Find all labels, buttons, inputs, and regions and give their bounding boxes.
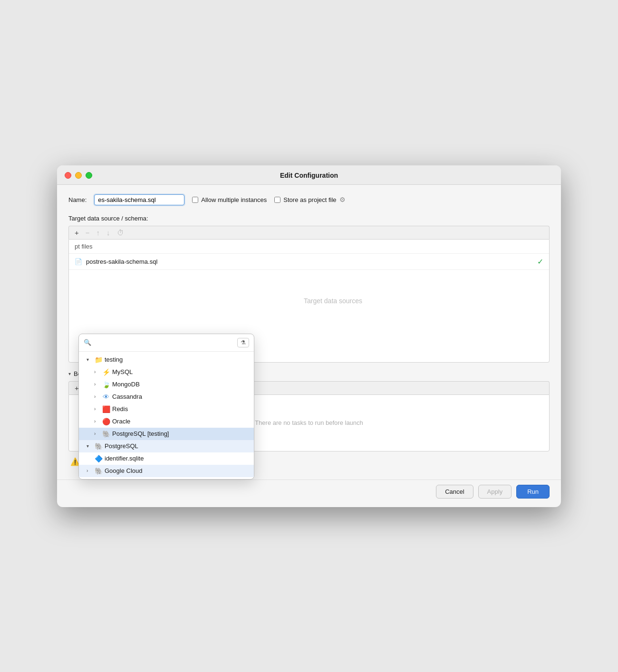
tree-label-mysql: MySQL [112, 368, 250, 375]
cassandra-icon: 👁 [102, 393, 110, 401]
history-button[interactable]: ⏱ [115, 228, 126, 237]
move-down-button[interactable]: ↓ [105, 228, 112, 237]
postgresql-testing-icon: 🐘 [102, 430, 110, 438]
filter-icon: ⚗ [241, 339, 246, 346]
tree-label-postgresql-testing: PostgreSQL [testing] [112, 430, 250, 437]
add-button[interactable]: + [73, 228, 81, 237]
tree-item-sqlite[interactable]: 🔷 identifier.sqlite [79, 452, 254, 465]
file-row-text: postres-sakila-schema.sql [86, 258, 157, 265]
store-as-project-group: Store as project file ⚙ [274, 196, 345, 203]
move-up-button[interactable]: ↑ [95, 228, 102, 237]
close-button[interactable] [65, 172, 71, 179]
tree-label-testing: testing [105, 356, 250, 363]
tree-item-postgresql[interactable]: ▾ 🐘 PostgreSQL [79, 440, 254, 452]
checkmark-icon: ✓ [537, 257, 543, 266]
datasource-panel: pt files 📄 postres-sakila-schema.sql ✓ T… [68, 239, 550, 363]
gear-icon[interactable]: ⚙ [339, 196, 346, 203]
store-as-project-label: Store as project file [283, 196, 336, 203]
tree-item-cassandra[interactable]: › 👁 Cassandra [79, 391, 254, 403]
folder-icon-testing: 📁 [94, 356, 103, 364]
tree-label-oracle: Oracle [112, 418, 250, 425]
tree-item-mongodb[interactable]: › 🍃 MongoDB [79, 378, 254, 391]
tree-label-mongodb: MongoDB [112, 381, 250, 388]
tree-label-cassandra: Cassandra [112, 393, 250, 400]
tree-label-redis: Redis [112, 405, 250, 413]
apply-button[interactable]: Apply [478, 485, 512, 499]
target-section-label: Target data source / schema: [68, 215, 550, 222]
target-placeholder: Target data sources [304, 297, 362, 305]
tree-label-sqlite: identifier.sqlite [105, 455, 250, 462]
titlebar: Edit Configuration [57, 165, 561, 185]
allow-multiple-group: Allow multiple instances [192, 196, 267, 203]
postgresql-icon: 🐘 [94, 442, 103, 450]
chevron-pg: ▾ [87, 443, 92, 449]
mysql-icon: ⚡ [102, 368, 110, 376]
dropdown-search-input[interactable] [94, 339, 234, 346]
tree-label-postgresql: PostgreSQL [105, 442, 250, 450]
tree-item-google-cloud[interactable]: › 🐘 Google Cloud [79, 465, 254, 477]
file-row: 📄 postres-sakila-schema.sql ✓ [69, 254, 549, 270]
allow-multiple-label: Allow multiple instances [201, 196, 267, 203]
footer: Cancel Apply Run [57, 480, 561, 507]
allow-multiple-checkbox[interactable] [192, 197, 198, 203]
datasource-toolbar: + − ↑ ↓ ⏱ [68, 226, 550, 239]
datasource-panel-inner: pt files 📄 postres-sakila-schema.sql ✓ [69, 240, 549, 270]
redis-icon: 🟥 [102, 405, 110, 413]
tree-item-mysql[interactable]: › ⚡ MySQL [79, 366, 254, 378]
chevron-gcloud: › [87, 468, 92, 473]
store-as-project-checkbox[interactable] [274, 197, 280, 203]
sqlite-icon: 🔷 [94, 455, 103, 462]
tree-label-google-cloud: Google Cloud [105, 467, 250, 474]
name-input[interactable] [94, 194, 184, 205]
main-content: Name: Allow multiple instances Store as … [57, 185, 561, 478]
collapse-before-launch-icon[interactable]: ▾ [68, 371, 71, 376]
tree-item-redis[interactable]: › 🟥 Redis [79, 403, 254, 415]
datasource-dropdown: 🔍 ⚗ ▾ 📁 testing › [78, 334, 254, 480]
file-icon: 📄 [75, 258, 82, 265]
chevron-mongodb: › [94, 382, 100, 387]
name-label: Name: [68, 196, 87, 203]
tree-item-oracle[interactable]: › 🔴 Oracle [79, 415, 254, 428]
tree-list: ▾ 📁 testing › ⚡ MySQL › 🍃 MongoDB [79, 352, 254, 479]
tree-item-postgresql-testing[interactable]: › 🐘 PostgreSQL [testing] [79, 428, 254, 440]
cancel-button[interactable]: Cancel [436, 485, 473, 499]
no-tasks-text: There are no tasks to run before launch [255, 419, 363, 426]
chevron-mysql: › [94, 369, 100, 374]
dropdown-search-bar: 🔍 ⚗ [79, 334, 254, 352]
script-row-text: pt files [75, 243, 93, 250]
search-icon: 🔍 [84, 339, 91, 346]
remove-button[interactable]: − [84, 228, 92, 237]
google-cloud-icon: 🐘 [94, 467, 103, 475]
script-row: pt files [69, 240, 549, 254]
chevron-redis: › [94, 406, 100, 412]
edit-configuration-window: Edit Configuration Name: Allow multiple … [57, 165, 561, 507]
chevron-pg-testing: › [94, 431, 100, 436]
minimize-button[interactable] [75, 172, 82, 179]
chevron-cassandra: › [94, 394, 100, 399]
chevron-oracle: › [94, 419, 100, 424]
filter-button[interactable]: ⚗ [237, 338, 249, 347]
traffic-lights [65, 172, 92, 179]
name-row: Name: Allow multiple instances Store as … [68, 194, 550, 205]
maximize-button[interactable] [86, 172, 92, 179]
mongodb-icon: 🍃 [102, 381, 110, 388]
oracle-icon: 🔴 [102, 418, 110, 425]
chevron-testing: ▾ [87, 357, 92, 362]
run-button[interactable]: Run [516, 485, 550, 499]
tree-item-testing[interactable]: ▾ 📁 testing [79, 354, 254, 366]
window-title: Edit Configuration [280, 172, 338, 179]
